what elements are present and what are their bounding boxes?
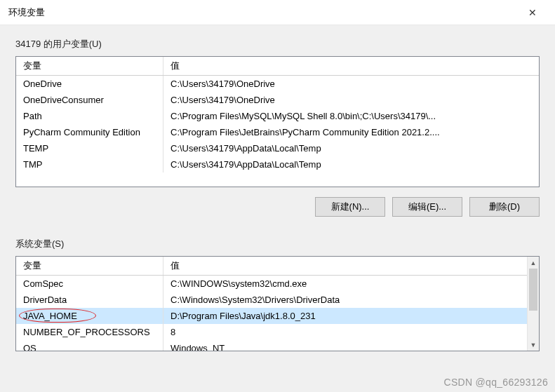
variable-value: C:\Program Files\JetBrains\PyCharm Commu…	[163, 124, 539, 140]
variable-name: DriverData	[16, 292, 163, 308]
table-row[interactable]: PathC:\Program Files\MySQL\MySQL Shell 8…	[16, 108, 539, 124]
variable-value: C:\Users\34179\AppData\Local\Temp	[163, 156, 539, 173]
table-row[interactable]: OSWindows_NT	[16, 340, 527, 351]
user-vars-label: 34179 的用户变量(U)	[15, 38, 540, 50]
new-button[interactable]: 新建(N)...	[315, 197, 385, 217]
variable-name: TEMP	[16, 140, 163, 156]
table-row[interactable]: NUMBER_OF_PROCESSORS8	[16, 324, 527, 340]
dialog-content: 34179 的用户变量(U) 变量 值 OneDriveC:\Users\341…	[0, 25, 555, 351]
variable-value: C:\Program Files\MySQL\MySQL Shell 8.0\b…	[163, 108, 539, 124]
sys-vars-list[interactable]: 变量 值 ComSpecC:\WINDOWS\system32\cmd.exeD…	[15, 256, 540, 351]
scroll-down-icon[interactable]: ▼	[528, 339, 539, 351]
column-header-variable[interactable]: 变量	[16, 57, 163, 75]
window-title: 环境变量	[8, 6, 45, 19]
table-row[interactable]: OneDriveC:\Users\34179\OneDrive	[16, 76, 539, 92]
delete-button[interactable]: 删除(D)	[469, 197, 540, 217]
table-row[interactable]: DriverDataC:\Windows\System32\Drivers\Dr…	[16, 292, 527, 308]
variable-value: Windows_NT	[163, 340, 527, 351]
variable-name: TMP	[16, 156, 163, 173]
scroll-thumb[interactable]	[529, 269, 537, 311]
variable-value: C:\Users\34179\OneDrive	[163, 92, 539, 108]
table-row[interactable]: PyCharm Community EditionC:\Program File…	[16, 124, 539, 140]
variable-name: OS	[16, 340, 163, 351]
column-header-variable[interactable]: 变量	[16, 257, 163, 275]
table-row[interactable]: OneDriveConsumerC:\Users\34179\OneDrive	[16, 92, 539, 108]
titlebar: 环境变量 ✕	[0, 0, 555, 25]
user-vars-header: 变量 值	[16, 57, 539, 76]
variable-name: ComSpec	[16, 276, 163, 292]
close-icon: ✕	[528, 7, 537, 18]
scroll-up-icon[interactable]: ▲	[528, 257, 539, 269]
watermark: CSDN @qq_66293126	[443, 377, 548, 388]
scroll-track[interactable]	[528, 269, 539, 339]
edit-button[interactable]: 编辑(E)...	[392, 197, 462, 217]
column-header-value[interactable]: 值	[163, 57, 539, 75]
table-row[interactable]: JAVA_HOMED:\Program Files\Java\jdk1.8.0_…	[16, 308, 527, 324]
user-vars-buttons: 新建(N)... 编辑(E)... 删除(D)	[15, 197, 540, 217]
scrollbar[interactable]: ▲ ▼	[527, 257, 539, 351]
variable-name: OneDrive	[16, 76, 163, 92]
variable-name: PyCharm Community Edition	[16, 124, 163, 140]
variable-value: C:\Users\34179\AppData\Local\Temp	[163, 140, 539, 156]
table-row[interactable]: ComSpecC:\WINDOWS\system32\cmd.exe	[16, 276, 527, 292]
variable-value: 8	[163, 324, 527, 340]
variable-value: D:\Program Files\Java\jdk1.8.0_231	[163, 308, 527, 324]
variable-name: OneDriveConsumer	[16, 92, 163, 108]
close-button[interactable]: ✕	[519, 0, 547, 25]
column-header-value[interactable]: 值	[163, 257, 527, 275]
variable-name: Path	[16, 108, 163, 124]
variable-value: C:\WINDOWS\system32\cmd.exe	[163, 276, 527, 292]
table-row[interactable]: TEMPC:\Users\34179\AppData\Local\Temp	[16, 140, 539, 156]
variable-value: C:\Users\34179\OneDrive	[163, 76, 539, 92]
sys-vars-header: 变量 值	[16, 257, 527, 276]
user-vars-list[interactable]: 变量 值 OneDriveC:\Users\34179\OneDriveOneD…	[15, 56, 540, 187]
variable-name: JAVA_HOME	[16, 308, 163, 324]
sys-vars-label: 系统变量(S)	[15, 238, 540, 250]
table-row[interactable]: TMPC:\Users\34179\AppData\Local\Temp	[16, 156, 539, 173]
variable-value: C:\Windows\System32\Drivers\DriverData	[163, 292, 527, 308]
variable-name: NUMBER_OF_PROCESSORS	[16, 324, 163, 340]
